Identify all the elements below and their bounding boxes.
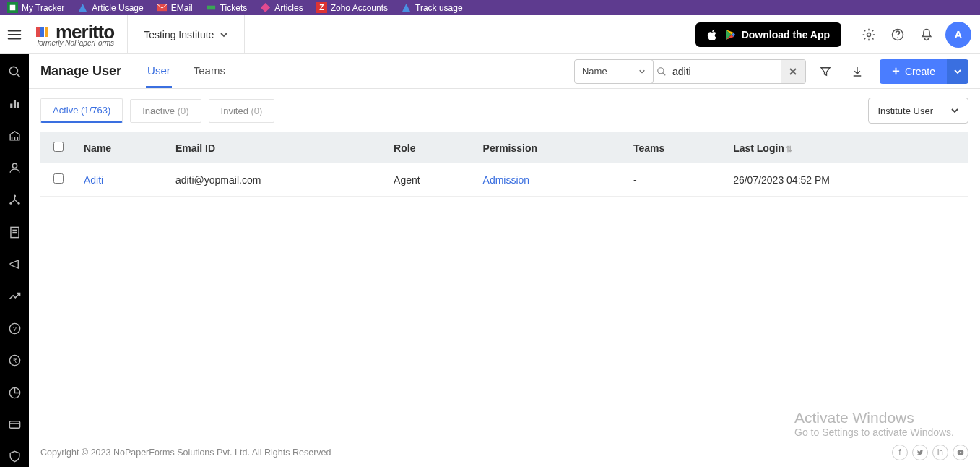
zoho-icon: Z	[316, 2, 327, 13]
search-field-dropdown[interactable]: Name	[574, 59, 654, 84]
tab-teams[interactable]: Teams	[192, 54, 227, 88]
svg-point-18	[9, 67, 17, 74]
filter-tab-inactive[interactable]: Inactive (0)	[130, 99, 201, 123]
user-type-dropdown[interactable]: Institute User	[868, 98, 968, 124]
svg-marker-7	[402, 4, 410, 12]
help-button[interactable]	[883, 20, 912, 49]
user-avatar[interactable]: A	[945, 22, 971, 48]
twitter-link[interactable]	[912, 445, 928, 460]
notifications-button[interactable]	[912, 20, 941, 49]
col-permission[interactable]: Permission	[476, 132, 626, 163]
filter-tab-active[interactable]: Active (1/763)	[40, 98, 123, 123]
cell-name: Aditi	[77, 163, 168, 197]
create-label: Create	[905, 66, 935, 77]
chevron-down-icon	[638, 68, 646, 75]
filter-button[interactable]	[813, 59, 838, 84]
nav-institute[interactable]	[0, 126, 29, 146]
bookmark-zoho[interactable]: Z Zoho Accounts	[316, 2, 388, 13]
nav-analytics[interactable]	[0, 93, 29, 113]
app-header: meritto formerly NoPaperForms Testing In…	[0, 15, 980, 54]
nav-reports[interactable]	[0, 382, 29, 403]
nav-help[interactable]: ?	[0, 318, 29, 338]
nav-search[interactable]	[0, 61, 29, 82]
filter-tab-invited[interactable]: Invited (0)	[209, 99, 275, 123]
chevron-down-icon	[950, 106, 959, 115]
logo-mark-icon	[35, 22, 53, 41]
svg-rect-10	[45, 27, 48, 37]
nav-security[interactable]	[0, 447, 29, 467]
institute-selector[interactable]: Testing Institute	[128, 15, 245, 53]
bookmark-my-tracker[interactable]: My Tracker	[7, 2, 64, 13]
chevron-down-icon	[220, 30, 228, 39]
svg-rect-3	[207, 6, 215, 10]
nav-campaigns[interactable]	[0, 254, 29, 274]
bookmark-article-usage[interactable]: Article Usage	[77, 2, 143, 13]
diamond-icon	[260, 2, 271, 13]
app-body: ? ₹ Manage User User Teams Name	[0, 54, 980, 467]
export-button[interactable]	[845, 59, 870, 84]
menu-toggle-button[interactable]	[0, 27, 29, 43]
svg-point-37	[658, 67, 664, 73]
col-name[interactable]: Name	[77, 132, 168, 163]
nav-trends[interactable]	[0, 286, 29, 307]
apple-icon	[707, 29, 719, 40]
user-type-value: Institute User	[877, 106, 933, 116]
mail-icon	[157, 2, 168, 13]
bookmark-label: Tickets	[220, 3, 248, 13]
cell-role: Agent	[386, 163, 476, 197]
brand-logo[interactable]: meritto formerly NoPaperForms	[29, 15, 128, 53]
svg-rect-20	[10, 104, 12, 108]
col-last-login[interactable]: Last Login⇅	[726, 132, 968, 163]
nav-payments[interactable]	[0, 414, 29, 434]
page-toolbar: Manage User User Teams Name	[29, 54, 980, 89]
triangle-icon	[401, 2, 412, 13]
youtube-icon	[957, 449, 964, 456]
col-email[interactable]: Email ID	[168, 132, 386, 163]
svg-rect-9	[40, 27, 44, 37]
tracker-icon	[7, 2, 18, 13]
create-dropdown-button[interactable]	[947, 59, 968, 84]
row-select-cell	[40, 163, 77, 197]
settings-button[interactable]	[854, 20, 883, 49]
bookmark-articles[interactable]: Articles	[260, 2, 303, 13]
bookmark-tickets[interactable]: Tickets	[206, 2, 248, 13]
bookmark-label: My Tracker	[22, 3, 64, 13]
svg-line-38	[663, 72, 666, 75]
svg-marker-1	[79, 4, 87, 12]
facebook-link[interactable]: f	[892, 445, 908, 460]
clear-search-button[interactable]	[781, 60, 805, 83]
bookmark-track-usage[interactable]: Track usage	[401, 2, 463, 13]
tab-user[interactable]: User	[146, 54, 172, 88]
col-role[interactable]: Role	[386, 132, 476, 163]
search-box	[651, 59, 806, 84]
nav-network[interactable]	[0, 190, 29, 210]
filter-tabs-row: Active (1/763) Inactive (0) Invited (0) …	[29, 89, 980, 132]
download-label: Download the App	[742, 29, 830, 40]
search-input[interactable]	[672, 66, 781, 77]
filter-label: Invited	[221, 106, 248, 116]
row-checkbox[interactable]	[53, 173, 64, 184]
download-app-button[interactable]: Download the App	[695, 22, 841, 47]
bookmark-label: Articles	[274, 3, 303, 13]
permission-link[interactable]: Admission	[483, 174, 530, 186]
svg-line-19	[16, 74, 19, 77]
nav-finance[interactable]: ₹	[0, 351, 29, 371]
bookmark-email[interactable]: EMail	[157, 2, 193, 13]
svg-point-24	[13, 195, 15, 197]
browser-bookmarks-bar: My Tracker Article Usage EMail Tickets A…	[0, 0, 980, 15]
youtube-link[interactable]	[953, 445, 968, 460]
bookmark-label: Zoho Accounts	[331, 3, 388, 13]
svg-text:?: ?	[13, 325, 17, 332]
create-button[interactable]: Create	[880, 59, 947, 84]
select-all-checkbox[interactable]	[53, 142, 64, 152]
page-footer: Copyright © 2023 NoPaperForms Solutions …	[29, 437, 980, 467]
user-name-link[interactable]: Aditi	[84, 174, 103, 186]
svg-text:₹: ₹	[12, 357, 17, 364]
nav-forms[interactable]	[0, 222, 29, 242]
linkedin-link[interactable]: in	[932, 445, 948, 460]
nav-users[interactable]	[0, 158, 29, 178]
col-teams[interactable]: Teams	[626, 132, 726, 163]
filter-count: (0)	[251, 106, 263, 116]
filter-count: (0)	[178, 106, 189, 116]
facebook-icon: f	[899, 448, 901, 456]
